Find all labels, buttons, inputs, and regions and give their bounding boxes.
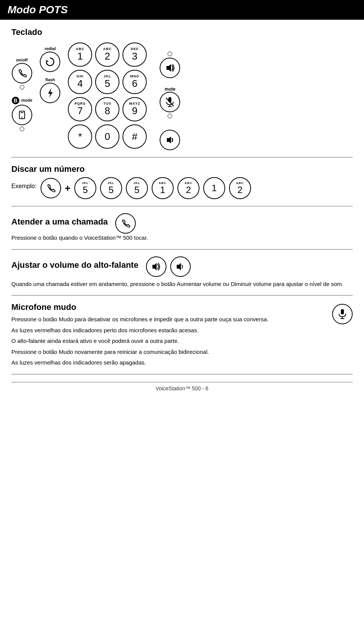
- mute-icon: [165, 96, 175, 108]
- dial-key-1b[interactable]: 1: [203, 177, 225, 199]
- divider-5: [11, 374, 353, 374]
- key-0[interactable]: 0: [95, 124, 119, 149]
- dial-key-5c[interactable]: JKL 5: [126, 177, 148, 199]
- mute-text-2: As luzes vermelhas dos indicadores perto…: [11, 326, 325, 335]
- speaker-low-button[interactable]: [160, 130, 180, 150]
- divider-3: [11, 249, 353, 250]
- volume-title: Ajustar o volume do alto-falante: [11, 260, 138, 270]
- speaker-indicator-top: [168, 52, 172, 56]
- svg-rect-15: [341, 309, 344, 314]
- dial-example-row: Exemplo: + JKL 5 JKL 5 JKL 5 ABC: [11, 177, 353, 199]
- mute-label: mute: [165, 86, 176, 92]
- dial-key-5a[interactable]: JKL 5: [74, 177, 96, 199]
- answer-title: Atender a uma chamada: [11, 217, 108, 227]
- mode-icon: [17, 110, 27, 120]
- phone-dial-icon: [46, 183, 56, 193]
- svg-rect-3: [20, 112, 24, 113]
- mode-indicator: [20, 127, 24, 131]
- answer-row: Atender a uma chamada: [11, 213, 353, 234]
- divider-2: [11, 206, 353, 206]
- header-bar: Modo POTS: [0, 0, 364, 20]
- speaker-loud-button[interactable]: [160, 58, 180, 78]
- on-off-button[interactable]: [12, 63, 32, 83]
- mute-text-1: Pressione o botão Mudo para desativar os…: [11, 315, 325, 324]
- mute-section-title: Microfone mudo: [11, 302, 325, 312]
- vol-up-button[interactable]: [146, 256, 166, 277]
- svg-marker-14: [177, 263, 181, 270]
- answer-section: Atender a uma chamada Pressione o botão …: [11, 213, 353, 242]
- svg-marker-7: [166, 64, 171, 72]
- phone-icon: [17, 68, 27, 79]
- vol-down-icon: [175, 261, 186, 272]
- svg-text:B: B: [14, 97, 17, 104]
- keyboard-section: Teclado on/off: [11, 27, 353, 150]
- volume-section: Ajustar o volume do alto-falante: [11, 256, 353, 289]
- flash-icon: [45, 87, 55, 99]
- mute-section-icon: [337, 308, 348, 320]
- mute-section-button[interactable]: [332, 304, 353, 324]
- speaker-low-group: [160, 130, 180, 150]
- example-label: Exemplo:: [11, 183, 37, 190]
- key-2[interactable]: ABC 2: [95, 42, 119, 67]
- on-off-group: on/off: [11, 58, 32, 91]
- dial-title: Discar um número: [11, 164, 353, 174]
- dial-key-2a[interactable]: ABC 2: [177, 177, 199, 199]
- dial-phone-button[interactable]: [41, 178, 61, 198]
- key-star[interactable]: *: [68, 124, 92, 149]
- svg-point-4: [21, 117, 22, 118]
- key-6[interactable]: MNO 6: [122, 70, 147, 94]
- redial-button[interactable]: [40, 52, 60, 72]
- key-8[interactable]: TUV 8: [95, 97, 119, 121]
- mute-text-col: Microfone mudo Pressione o botão Mudo pa…: [11, 302, 325, 367]
- svg-marker-5: [46, 60, 49, 62]
- svg-marker-6: [48, 88, 53, 98]
- volume-text: Quando uma chamada estiver em andamento,…: [11, 280, 353, 289]
- plus-sign: +: [65, 182, 71, 194]
- answer-phone-button[interactable]: [115, 213, 136, 234]
- right-controls: mute: [160, 50, 180, 150]
- volume-header-row: Ajustar o volume do alto-falante: [11, 256, 353, 277]
- redial-icon: [44, 56, 56, 68]
- redial-group: redial: [40, 46, 60, 72]
- svg-marker-12: [167, 137, 171, 143]
- vol-down-button[interactable]: [170, 256, 191, 277]
- mode-button[interactable]: [12, 105, 32, 125]
- key-9[interactable]: WXYZ 9: [122, 97, 147, 121]
- speaker-loud-icon: [164, 62, 176, 74]
- mute-indicator: [168, 114, 172, 118]
- mute-button[interactable]: [160, 92, 180, 112]
- left-controls: on/off B mode: [11, 58, 32, 133]
- key-3[interactable]: DEF 3: [122, 42, 147, 67]
- key-5[interactable]: JKL 5: [95, 70, 119, 94]
- dial-section: Discar um número Exemplo: + JKL 5 JKL 5 …: [11, 164, 353, 199]
- mute-text-5: As luzes vermelhas dos indicadores serão…: [11, 358, 325, 367]
- speaker-loud-group: [160, 50, 180, 78]
- key-4[interactable]: GHI 4: [68, 70, 92, 94]
- flash-group: flash: [40, 77, 60, 103]
- page-title: Modo POTS: [8, 4, 356, 16]
- keyboard-title: Teclado: [11, 27, 353, 37]
- mode-label: mode: [21, 98, 32, 102]
- dial-key-1[interactable]: ABC 1: [152, 177, 174, 199]
- redial-flash-wrapper: redial flash: [40, 46, 60, 103]
- svg-marker-13: [152, 263, 157, 270]
- footer: VoiceStation™ 500 - 6: [11, 382, 353, 391]
- answer-phone-icon: [121, 218, 130, 228]
- bluetooth-icon: B: [11, 96, 20, 105]
- mute-header-row: Microfone mudo Pressione o botão Mudo pa…: [11, 302, 353, 367]
- on-off-label: on/off: [16, 58, 28, 62]
- key-1[interactable]: ABC 1: [68, 42, 92, 67]
- divider-1: [11, 157, 353, 157]
- answer-text: Pressione o botão quando o VoiceStation™…: [11, 234, 353, 242]
- on-off-indicator: [20, 85, 24, 90]
- redial-label: redial: [45, 46, 56, 51]
- dial-key-5b[interactable]: JKL 5: [100, 177, 122, 199]
- key-hash[interactable]: #: [122, 124, 147, 149]
- flash-label: flash: [46, 77, 55, 82]
- numpad: ABC 1 ABC 2 DEF 3 GHI 4 JKL 5: [68, 42, 147, 149]
- flash-button[interactable]: [40, 83, 60, 103]
- dial-key-2b[interactable]: ABC 2: [229, 177, 251, 199]
- vol-buttons: [146, 256, 191, 277]
- key-7[interactable]: PQRS 7: [68, 97, 92, 121]
- mode-group: B mode: [11, 96, 32, 133]
